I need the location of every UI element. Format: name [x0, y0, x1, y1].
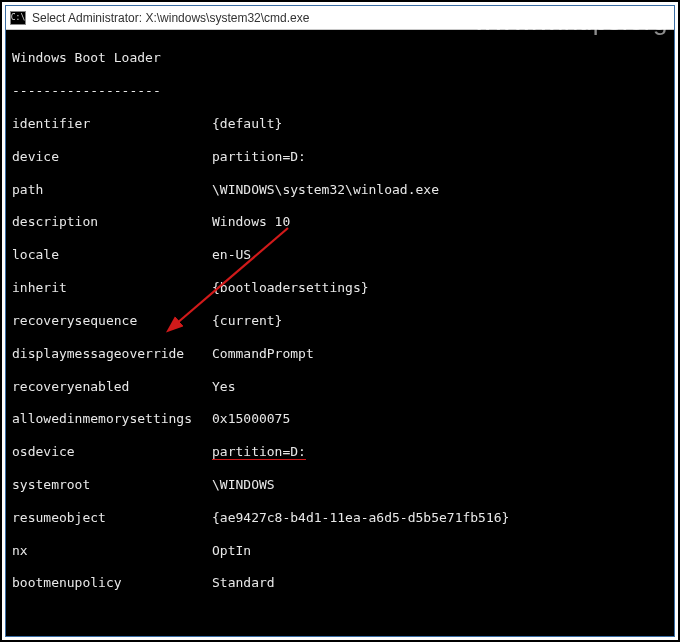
bl-allowedinmemorysettings: allowedinmemorysettings0x15000075: [12, 411, 668, 427]
bl-locale: localeen-US: [12, 247, 668, 263]
terminal-output[interactable]: Windows Boot Loader ------------------- …: [6, 30, 674, 636]
bl-nx: nxOptIn: [12, 543, 668, 559]
bl-bootmenupolicy: bootmenupolicyStandard: [12, 575, 668, 591]
bl-resumeobject: resumeobject{ae9427c8-b4d1-11ea-a6d5-d5b…: [12, 510, 668, 526]
bl-systemroot: systemroot\WINDOWS: [12, 477, 668, 493]
svg-line-0: [176, 228, 288, 324]
bl-displaymessageoverride: displaymessageoverrideCommandPrompt: [12, 346, 668, 362]
blank: [12, 608, 668, 624]
cmd-window: C:\ Select Administrator: X:\windows\sys…: [5, 5, 675, 637]
bl-path: path\WINDOWS\system32\winload.exe: [12, 182, 668, 198]
screenshot-frame: C:\ Select Administrator: X:\windows\sys…: [0, 0, 680, 642]
boot-header: Windows Boot Loader: [12, 50, 668, 66]
bl-recoveryenabled: recoveryenabledYes: [12, 379, 668, 395]
bl-description: descriptionWindows 10: [12, 214, 668, 230]
bl-osdevice: osdevicepartition=D:: [12, 444, 668, 460]
bl-identifier: identifier{default}: [12, 116, 668, 132]
cmd-icon: C:\: [10, 11, 26, 25]
bl-recoverysequence: recoverysequence{current}: [12, 313, 668, 329]
window-title: Select Administrator: X:\windows\system3…: [32, 11, 309, 25]
boot-header-rule: -------------------: [12, 83, 668, 99]
bl-inherit: inherit{bootloadersettings}: [12, 280, 668, 296]
titlebar[interactable]: C:\ Select Administrator: X:\windows\sys…: [6, 6, 674, 30]
osdevice-highlight: partition=D:: [212, 444, 306, 460]
bl-device: devicepartition=D:: [12, 149, 668, 165]
